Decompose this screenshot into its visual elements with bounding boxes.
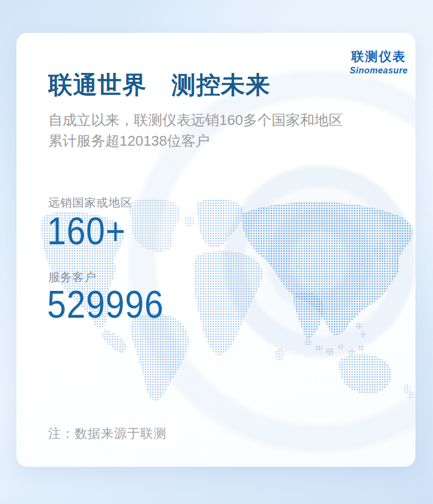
subtitle-line-2: 累计服务超120138位客户 bbox=[48, 130, 343, 151]
card-content: 联测仪表 Sinomeasure 联通世界 测控未来 自成立以来，联测仪表远销1… bbox=[16, 33, 415, 467]
page-subtitle: 自成立以来，联测仪表远销160多个国家和地区 累计服务超120138位客户 bbox=[48, 110, 343, 151]
brand-logo-english: Sinomeasure bbox=[350, 66, 408, 76]
data-source-note: 注：数据来源于联测 bbox=[48, 425, 167, 442]
stat-customers-value: 529996 bbox=[47, 283, 164, 327]
stat-countries-label: 远销国家或地区 bbox=[48, 195, 133, 210]
page-title: 联通世界 测控未来 bbox=[48, 69, 270, 101]
brand-logo-chinese: 联测仪表 bbox=[350, 48, 408, 65]
page-background: 联测仪表 Sinomeasure 联通世界 测控未来 自成立以来，联测仪表远销1… bbox=[0, 0, 433, 504]
brand-logo: 联测仪表 Sinomeasure bbox=[350, 48, 408, 76]
stats-card: 联测仪表 Sinomeasure 联通世界 测控未来 自成立以来，联测仪表远销1… bbox=[16, 33, 415, 467]
subtitle-line-1: 自成立以来，联测仪表远销160多个国家和地区 bbox=[48, 110, 343, 130]
stat-countries-value: 160+ bbox=[47, 209, 126, 253]
